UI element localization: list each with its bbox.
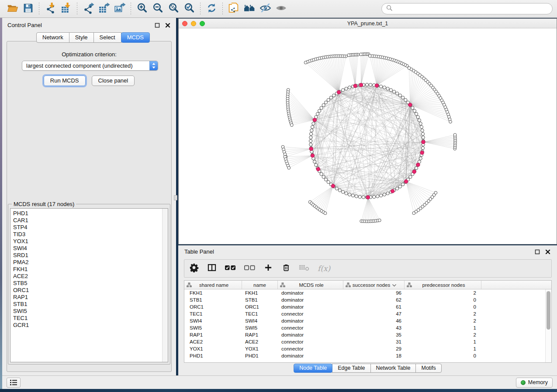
graph-node[interactable] [327, 180, 330, 183]
graph-node[interactable] [398, 94, 401, 97]
graph-node[interactable] [348, 193, 351, 196]
graph-node[interactable] [401, 96, 405, 99]
optimization-criterion-select[interactable]: largest connected component (undirected) [22, 61, 158, 71]
graph-node[interactable] [398, 185, 401, 188]
graph-node[interactable] [316, 112, 319, 115]
table-row[interactable]: SWI4SWI4dominator462 [184, 317, 545, 324]
tab-network[interactable]: Network [36, 32, 69, 43]
graph-node[interactable] [383, 86, 386, 89]
mcds-result-item[interactable]: CAR1 [13, 217, 162, 224]
show-task-history-button[interactable] [7, 378, 21, 388]
graph-node[interactable] [329, 96, 332, 99]
graph-node[interactable] [360, 53, 363, 56]
import-network-button[interactable] [42, 1, 58, 16]
refresh-layout-button[interactable] [204, 1, 219, 16]
table-scrollbar-thumb[interactable] [547, 291, 550, 330]
tab-edge-table[interactable]: Edge Table [332, 364, 370, 373]
close-panel-button[interactable]: Close panel [92, 76, 135, 86]
tab-node-table[interactable]: Node Table [294, 364, 332, 373]
graph-node[interactable] [322, 175, 325, 179]
graph-node[interactable] [421, 147, 424, 150]
column-header-MCDS-role[interactable]: MCDS role [278, 281, 343, 289]
graph-hub-node[interactable] [331, 184, 335, 188]
graph-hub-node[interactable] [337, 90, 340, 94]
float-table-panel-icon[interactable] [534, 249, 540, 255]
graph-node[interactable] [389, 89, 392, 92]
graph-hub-node[interactable] [420, 151, 424, 155]
graph-node[interactable] [322, 103, 325, 107]
graph-node[interactable] [309, 139, 312, 142]
graph-hub-node[interactable] [408, 103, 412, 107]
graph-node[interactable] [420, 125, 423, 128]
graph-node[interactable] [332, 94, 336, 97]
float-panel-icon[interactable] [154, 22, 160, 28]
table-row[interactable]: ACE2ACE2connector311 [184, 338, 545, 345]
graph-node[interactable] [383, 193, 386, 196]
graph-hub-node[interactable] [316, 167, 320, 171]
network-canvas[interactable] [179, 28, 557, 244]
graph-node[interactable] [411, 107, 414, 110]
graph-node[interactable] [368, 55, 371, 58]
memory-button[interactable]: Memory [516, 378, 553, 388]
column-header-shared-name[interactable]: shared name [184, 281, 242, 289]
deselect-all-button[interactable] [244, 264, 256, 273]
graph-node[interactable] [342, 190, 345, 193]
mcds-result-item[interactable]: GCR1 [13, 322, 162, 329]
graph-node[interactable] [304, 61, 307, 64]
mcds-result-item[interactable]: TID3 [13, 231, 162, 238]
mcds-result-item[interactable]: STB1 [13, 301, 162, 308]
graph-node[interactable] [338, 189, 341, 192]
graph-node[interactable] [345, 87, 348, 90]
graph-hub-node[interactable] [416, 163, 420, 166]
zoom-fit-button[interactable] [166, 1, 181, 16]
graph-hub-node[interactable] [353, 84, 357, 88]
graph-node[interactable] [396, 92, 399, 95]
column-header-successor-nodes[interactable]: successor nodes [343, 281, 405, 289]
tab-motifs[interactable]: Motifs [415, 364, 441, 373]
table-row[interactable]: STB1STB1dominator620 [184, 296, 545, 303]
column-header-predecessor-nodes[interactable]: predecessor nodes [405, 281, 481, 289]
graph-node[interactable] [376, 195, 379, 198]
graph-node[interactable] [418, 119, 421, 122]
mcds-result-item[interactable]: SRD1 [13, 252, 162, 259]
graph-node[interactable] [362, 196, 365, 199]
export-network-button[interactable] [80, 1, 96, 16]
mcds-result-item[interactable]: FKH1 [13, 266, 162, 273]
tab-style[interactable]: Style [69, 32, 94, 43]
tab-network-table[interactable]: Network Table [370, 364, 416, 373]
graph-node[interactable] [324, 101, 327, 104]
mcds-result-item[interactable]: RAP1 [13, 294, 162, 301]
graph-node[interactable] [345, 192, 348, 195]
mcds-result-item[interactable]: SWI5 [13, 308, 162, 315]
close-table-panel-icon[interactable] [545, 249, 551, 255]
export-table-button[interactable] [96, 1, 112, 16]
graph-node[interactable] [408, 67, 411, 70]
table-row[interactable]: ORC1ORC1dominator610 [184, 303, 545, 310]
graph-node[interactable] [290, 124, 293, 127]
graph-node[interactable] [347, 54, 350, 57]
graph-hub-node[interactable] [313, 118, 316, 122]
graph-node[interactable] [422, 136, 425, 139]
graph-node[interactable] [416, 116, 419, 119]
table-row[interactable]: PHD1PHD1dominator180 [184, 352, 545, 359]
graph-node[interactable] [421, 129, 424, 132]
graph-node[interactable] [409, 175, 412, 179]
delete-columns-button[interactable] [281, 263, 291, 274]
import-table-button[interactable] [58, 1, 74, 16]
graph-node[interactable] [415, 112, 418, 115]
hide-selection-button[interactable] [257, 1, 273, 16]
search-field[interactable] [381, 3, 553, 14]
zoom-selected-button[interactable] [181, 1, 197, 16]
graph-hub-node[interactable] [309, 147, 313, 151]
graph-node[interactable] [320, 107, 323, 110]
mcds-result-item[interactable]: ACE2 [13, 273, 162, 280]
export-image-button[interactable] [112, 1, 128, 16]
graph-node[interactable] [327, 98, 330, 101]
table-settings-button[interactable] [189, 263, 199, 274]
split-panel-button[interactable] [207, 263, 217, 274]
graph-node[interactable] [413, 109, 416, 112]
graph-node[interactable] [309, 143, 312, 146]
graph-hub-node[interactable] [422, 140, 425, 144]
graph-hub-node[interactable] [311, 154, 314, 157]
graph-node[interactable] [419, 157, 422, 160]
